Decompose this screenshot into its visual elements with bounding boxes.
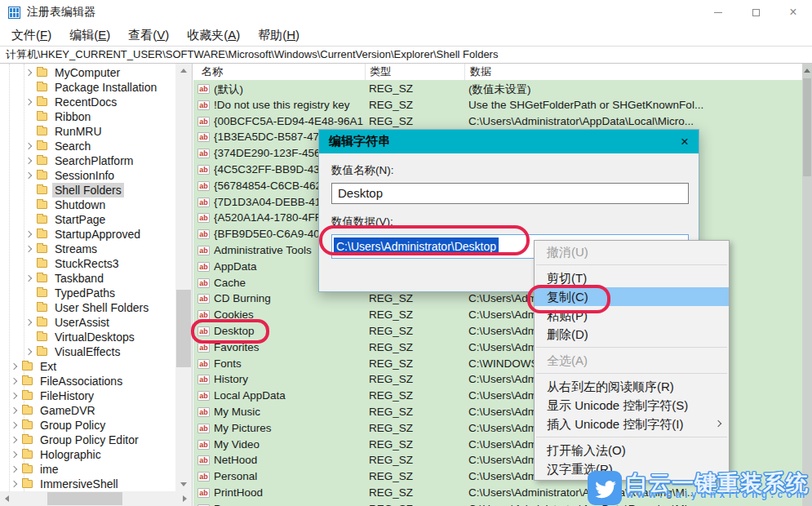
column-header-name[interactable]: 名称 xyxy=(193,64,366,80)
tree-item[interactable]: Group Policy Editor xyxy=(0,433,174,447)
value-type: REG_SZ xyxy=(369,486,465,499)
expand-arrow-icon[interactable] xyxy=(10,465,18,473)
expand-arrow-icon[interactable] xyxy=(24,230,33,238)
expand-arrow-icon[interactable] xyxy=(24,142,33,150)
expand-arrow-icon[interactable] xyxy=(24,348,33,356)
expand-arrow-icon[interactable] xyxy=(24,69,33,77)
dialog-close-icon[interactable]: × xyxy=(681,135,689,149)
context-menu-item[interactable] xyxy=(536,347,727,348)
scroll-right-icon[interactable] xyxy=(183,495,187,502)
expand-arrow-icon[interactable] xyxy=(10,377,18,385)
list-vertical-scrollbar[interactable] xyxy=(802,64,812,506)
expand-arrow-icon[interactable] xyxy=(10,392,18,400)
tree-item[interactable]: RecentDocs xyxy=(0,95,174,109)
scroll-up-icon[interactable] xyxy=(180,69,187,73)
tree-horizontal-scrollbar[interactable] xyxy=(0,491,192,506)
tree-item[interactable]: Taskband xyxy=(0,271,174,286)
tree-vertical-scrollbar[interactable] xyxy=(175,64,192,491)
tree-item[interactable]: UserAssist xyxy=(0,315,174,330)
scrollbar-thumb[interactable] xyxy=(47,492,122,505)
expand-arrow-icon[interactable] xyxy=(24,157,33,165)
string-value-icon xyxy=(197,472,210,482)
tree-item[interactable]: GameDVR xyxy=(0,403,174,418)
expand-arrow-icon[interactable] xyxy=(10,421,18,429)
tree-item[interactable]: Ext xyxy=(0,359,174,374)
tree-item[interactable]: StuckRects3 xyxy=(0,256,174,271)
tree-item-label: StartupApproved xyxy=(52,227,143,242)
value-name: Programs xyxy=(214,503,364,506)
watermark-url: www.baiyunxitong.com xyxy=(626,489,809,500)
folder-icon xyxy=(37,186,47,194)
context-menu-item[interactable] xyxy=(536,437,727,437)
registry-value-row[interactable]: !Do not use this registry key REG_SZ Use… xyxy=(193,97,802,113)
tree-item[interactable]: VisualEffects xyxy=(0,344,174,359)
tree-item[interactable]: ime xyxy=(0,462,174,477)
scrollbar-thumb[interactable] xyxy=(176,290,191,367)
menu-bar-item[interactable]: 收藏夹(A) xyxy=(178,28,249,43)
tree-item[interactable]: RunMRU xyxy=(0,124,174,139)
menu-bar-item[interactable]: 查看(V) xyxy=(119,28,178,43)
tree-item[interactable]: Holographic xyxy=(0,447,174,462)
expand-arrow-icon[interactable] xyxy=(24,245,33,253)
tree-item[interactable]: StartupApproved xyxy=(0,227,174,242)
scrollbar-thumb[interactable] xyxy=(803,78,811,176)
expand-arrow-icon[interactable] xyxy=(10,406,18,415)
maximize-button[interactable] xyxy=(737,0,774,24)
scroll-up-icon[interactable] xyxy=(804,69,810,73)
column-header-data[interactable]: 数据 xyxy=(465,64,802,80)
tree-item[interactable]: ImmersiveShell xyxy=(0,477,174,491)
tree-item[interactable]: SearchPlatform xyxy=(0,153,174,168)
expand-arrow-icon[interactable] xyxy=(10,480,18,488)
context-menu-item[interactable]: 全选(A) xyxy=(535,351,729,370)
tree-item[interactable]: SessionInfo xyxy=(0,168,174,183)
tree-item[interactable]: Ribbon xyxy=(0,109,174,124)
scroll-left-icon[interactable] xyxy=(5,495,9,502)
folder-icon xyxy=(22,362,33,371)
close-button[interactable]: × xyxy=(774,0,812,24)
tree-item[interactable]: FileAssociations xyxy=(0,374,174,388)
tree-item[interactable]: Shutdown xyxy=(0,198,174,212)
tree-item[interactable]: Group Policy xyxy=(0,418,174,433)
tree-item[interactable]: VirtualDesktops xyxy=(0,330,174,344)
expand-arrow-icon[interactable] xyxy=(10,436,18,444)
expand-arrow-icon[interactable] xyxy=(10,362,18,371)
context-menu-item[interactable] xyxy=(536,264,727,265)
context-menu-item[interactable]: 删除(D) xyxy=(535,325,729,344)
tree-item[interactable]: FileHistory xyxy=(0,388,174,403)
tree-item[interactable]: User Shell Folders xyxy=(0,300,174,315)
context-menu-item[interactable]: 显示 Unicode 控制字符(S) xyxy=(535,396,729,415)
expand-arrow-icon[interactable] xyxy=(24,171,33,180)
folder-icon xyxy=(37,69,47,77)
context-menu-item[interactable]: 撤消(U) xyxy=(535,242,729,261)
context-menu-item[interactable]: 插入 Unicode 控制字符(I) xyxy=(535,415,729,433)
context-menu-item[interactable]: 从右到左的阅读顺序(R) xyxy=(535,377,729,396)
registry-value-row[interactable]: {00BCFC5A-ED94-4E48-96A1... REG_SZ C:\Us… xyxy=(193,113,802,130)
menu-bar-item[interactable]: 文件(F) xyxy=(2,28,60,43)
tree-item-label: Group Policy Editor xyxy=(38,433,141,447)
value-name-input[interactable]: Desktop xyxy=(331,183,689,204)
minimize-button[interactable] xyxy=(699,0,737,24)
address-bar[interactable]: 计算机\HKEY_CURRENT_USER\SOFTWARE\Microsoft… xyxy=(0,46,812,64)
tree-item[interactable]: Search xyxy=(0,139,174,153)
expand-arrow-icon[interactable] xyxy=(10,451,18,459)
column-header-type[interactable]: 类型 xyxy=(366,64,465,80)
submenu-arrow-icon xyxy=(715,420,721,427)
tree-item[interactable]: MyComputer xyxy=(0,65,174,80)
tree-item[interactable]: Streams xyxy=(0,242,174,256)
tree-item[interactable]: Shell Folders xyxy=(0,183,174,198)
tree-item-label: VisualEffects xyxy=(52,344,122,359)
context-menu-item[interactable]: 打开输入法(O) xyxy=(535,441,729,459)
menu-bar-item[interactable]: 编辑(E) xyxy=(60,28,119,43)
tree-panel: MyComputer Package Installation RecentDo… xyxy=(0,64,193,506)
expand-arrow-icon[interactable] xyxy=(24,274,33,282)
registry-value-row[interactable]: (默认) REG_SZ (数值未设置) xyxy=(193,81,802,97)
context-menu-item[interactable] xyxy=(536,373,727,374)
tree-item[interactable]: TypedPaths xyxy=(0,286,174,300)
folder-icon xyxy=(37,142,47,150)
tree-item[interactable]: Package Installation xyxy=(0,80,174,95)
tree-item[interactable]: StartPage xyxy=(0,212,174,227)
menu-bar-item[interactable]: 帮助(H) xyxy=(249,28,308,43)
expand-arrow-icon[interactable] xyxy=(24,318,33,326)
scroll-down-icon[interactable] xyxy=(180,482,187,486)
expand-arrow-icon[interactable] xyxy=(24,98,33,106)
